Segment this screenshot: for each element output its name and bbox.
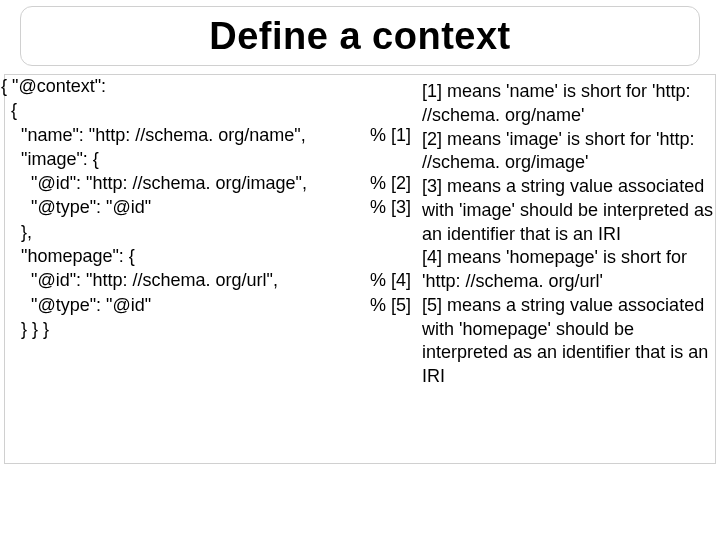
explain-item: [1] means 'name' is short for 'http: //s… (422, 80, 718, 128)
code-line: "@id": "http: //schema. org/image", (1, 171, 307, 195)
explain-item: [4] means 'homepage' is short for 'http:… (422, 246, 718, 294)
code-line: "image": { (1, 147, 99, 171)
code-line: { (1, 98, 17, 122)
code-line: "name": "http: //schema. org/name", (1, 123, 306, 147)
code-line: "@type": "@id" (1, 195, 151, 219)
slide-title: Define a context (209, 15, 511, 58)
code-block: { "@context": { "name": "http: //schema.… (1, 74, 417, 341)
explain-item: [3] means a string value associated with… (422, 175, 718, 246)
title-container: Define a context (20, 6, 700, 66)
code-annotation: % [5] (370, 293, 417, 317)
slide: Define a context { "@context": { "name":… (0, 0, 720, 540)
code-annotation: % [2] (370, 171, 417, 195)
explanation-block: [1] means 'name' is short for 'http: //s… (422, 80, 718, 389)
code-annotation: % [4] (370, 268, 417, 292)
code-annotation: % [1] (370, 123, 417, 147)
explain-item: [5] means a string value associated with… (422, 294, 718, 389)
code-line: }, (1, 220, 32, 244)
code-annotation: % [3] (370, 195, 417, 219)
code-line: "homepage": { (1, 244, 135, 268)
code-line: "@type": "@id" (1, 293, 151, 317)
explain-item: [2] means 'image' is short for 'http: //… (422, 128, 718, 176)
code-line: } } } (1, 317, 49, 341)
code-line: "@id": "http: //schema. org/url", (1, 268, 278, 292)
code-line: { "@context": (1, 74, 106, 98)
